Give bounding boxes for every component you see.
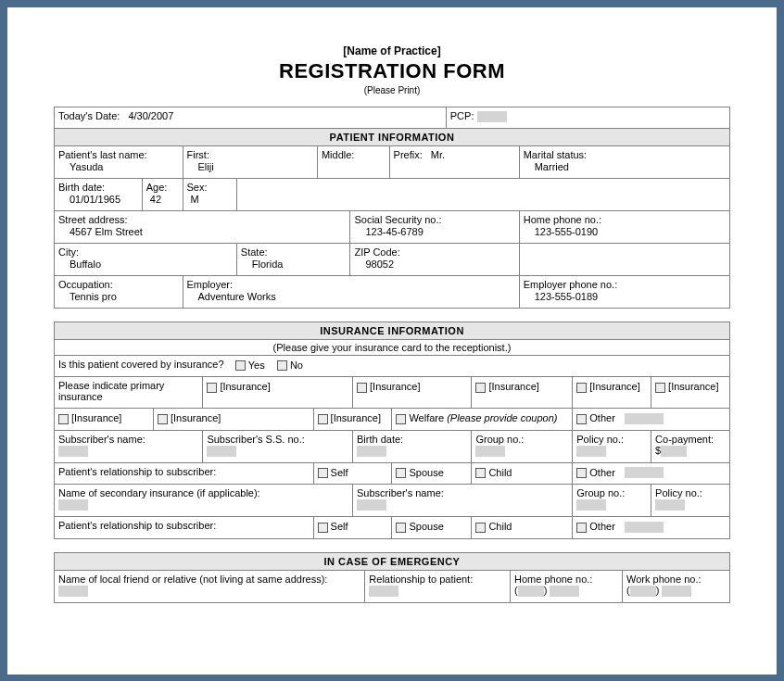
state-label: State: (241, 246, 347, 258)
checkbox-icon (396, 468, 406, 478)
primary-insurance-label: Please indicate primary insurance (58, 380, 164, 402)
checkbox-icon (207, 383, 217, 393)
secondary-subscriber-label: Subscriber's name: (357, 487, 568, 498)
age-value: 42 (146, 193, 179, 205)
emergency-work-area-blank[interactable] (630, 586, 656, 597)
sex-label: Sex: (187, 182, 233, 193)
insurance-opt-1[interactable]: [Insurance] (207, 381, 270, 393)
city-label: City: (58, 246, 233, 258)
registration-form-page: [Name of Practice] REGISTRATION FORM (Pl… (7, 7, 777, 675)
checkbox-icon (576, 383, 587, 393)
marital-label: Marital status: (524, 149, 726, 160)
insurance-opt-5[interactable]: [Insurance] (655, 381, 718, 393)
pcp-value-blank[interactable] (477, 111, 507, 122)
rel2-child-option[interactable]: Child (475, 521, 512, 533)
subscriber-name-blank[interactable] (58, 446, 88, 457)
secondary-insurance-blank[interactable] (58, 499, 88, 511)
emergency-work-phone-label: Work phone no.: (626, 574, 726, 585)
ssn-label: Social Security no.: (354, 214, 514, 225)
patient-info-table: Today's Date: 4/30/2007 PCP: PATIENT INF… (54, 107, 730, 309)
secondary-insurance-label: Name of secondary insurance (if applicab… (58, 487, 348, 498)
prefix-value: Mr. (425, 149, 445, 160)
checkbox-icon (318, 523, 328, 533)
checkbox-icon (576, 414, 587, 424)
checkbox-icon (475, 383, 486, 393)
secondary-group-blank[interactable] (576, 499, 606, 511)
checkbox-icon (396, 414, 406, 424)
zip-value: 98052 (354, 258, 514, 270)
policy-no-blank[interactable] (576, 446, 606, 457)
occupation-value: Tennis pro (58, 290, 179, 302)
marital-value: Married (524, 160, 726, 172)
emergency-rel-blank[interactable] (369, 586, 398, 597)
rel-self-option[interactable]: Self (318, 467, 348, 479)
insurance-opt-4[interactable]: [Insurance] (576, 381, 639, 393)
rel-other-option[interactable]: Other (576, 467, 615, 479)
rel2-other-option[interactable]: Other (576, 521, 615, 533)
first-name-label: First: (187, 149, 313, 160)
home-phone-label: Home phone no.: (524, 214, 726, 225)
zip-label: ZIP Code: (354, 246, 514, 258)
practice-name: [Name of Practice] (54, 44, 730, 57)
secondary-policy-blank[interactable] (655, 499, 685, 511)
insurance-opt-6[interactable]: [Insurance] (58, 412, 121, 424)
rel2-spouse-option[interactable]: Spouse (396, 521, 443, 533)
welfare-option[interactable]: Welfare (Please provide coupon) (396, 412, 557, 424)
today-date-value: 4/30/2007 (122, 110, 173, 121)
checkbox-icon (475, 468, 486, 478)
rel-spouse-option[interactable]: Spouse (396, 467, 443, 479)
emergency-friend-blank[interactable] (58, 586, 88, 597)
checkbox-icon (576, 468, 587, 478)
copay-blank[interactable] (661, 446, 687, 457)
covered-question: Is this patient covered by insurance? (58, 359, 224, 370)
rel-child-option[interactable]: Child (475, 467, 512, 479)
checkbox-icon (235, 360, 246, 371)
covered-no-option[interactable]: No (277, 359, 303, 372)
secondary-group-label: Group no.: (576, 487, 647, 498)
rel2-self-option[interactable]: Self (318, 521, 348, 533)
prefix-label: Prefix: (394, 149, 423, 160)
checkbox-icon (357, 383, 367, 393)
other-insurance-blank[interactable] (625, 413, 664, 424)
insurance-opt-7[interactable]: [Insurance] (158, 412, 221, 424)
checkbox-icon (475, 523, 486, 533)
form-header: [Name of Practice] REGISTRATION FORM (Pl… (54, 44, 730, 95)
state-value: Florida (241, 258, 347, 270)
relationship-label: Patient's relationship to subscriber: (58, 466, 216, 477)
emergency-home-num-blank[interactable] (550, 586, 579, 597)
employer-label: Employer: (187, 279, 515, 290)
birth-date-value: 01/01/1965 (58, 193, 138, 205)
insurance-opt-3[interactable]: [Insurance] (475, 381, 538, 393)
today-date-label: Today's Date: (58, 110, 120, 121)
insurance-section-heading: INSURANCE INFORMATION (55, 322, 730, 340)
sex-value: M (187, 193, 233, 205)
covered-yes-option[interactable]: Yes (235, 359, 265, 372)
employer-phone-label: Employer phone no.: (524, 279, 726, 290)
last-name-label: Patient's last name: (58, 149, 179, 160)
middle-name-label: Middle: (322, 149, 386, 160)
group-no-label: Group no.: (475, 434, 568, 445)
city-value: Buffalo (58, 258, 233, 270)
emergency-home-area-blank[interactable] (518, 586, 544, 597)
insurance-birth-blank[interactable] (357, 446, 386, 457)
street-value: 4567 Elm Street (58, 225, 346, 237)
secondary-subscriber-blank[interactable] (357, 499, 386, 511)
ssn-value: 123-45-6789 (354, 225, 514, 237)
checkbox-icon (655, 383, 665, 393)
emergency-work-num-blank[interactable] (662, 586, 691, 597)
insurance-opt-2[interactable]: [Insurance] (357, 381, 420, 393)
emergency-home-phone-label: Home phone no.: (514, 574, 618, 585)
rel2-other-blank[interactable] (625, 522, 664, 533)
other-insurance-option[interactable]: Other (576, 412, 615, 424)
emergency-rel-label: Relationship to patient: (369, 574, 506, 585)
insurance-info-table: INSURANCE INFORMATION (Please give your … (54, 322, 730, 539)
insurance-birth-label: Birth date: (357, 434, 467, 445)
checkbox-icon (318, 468, 328, 478)
group-no-blank[interactable] (475, 446, 505, 457)
checkbox-icon (318, 414, 328, 424)
employer-phone-value: 123-555-0189 (524, 290, 726, 302)
first-name-value: Eliji (187, 160, 313, 172)
insurance-opt-8[interactable]: [Insurance] (318, 412, 381, 424)
rel-other-blank[interactable] (625, 467, 664, 478)
subscriber-ssn-blank[interactable] (207, 446, 236, 457)
